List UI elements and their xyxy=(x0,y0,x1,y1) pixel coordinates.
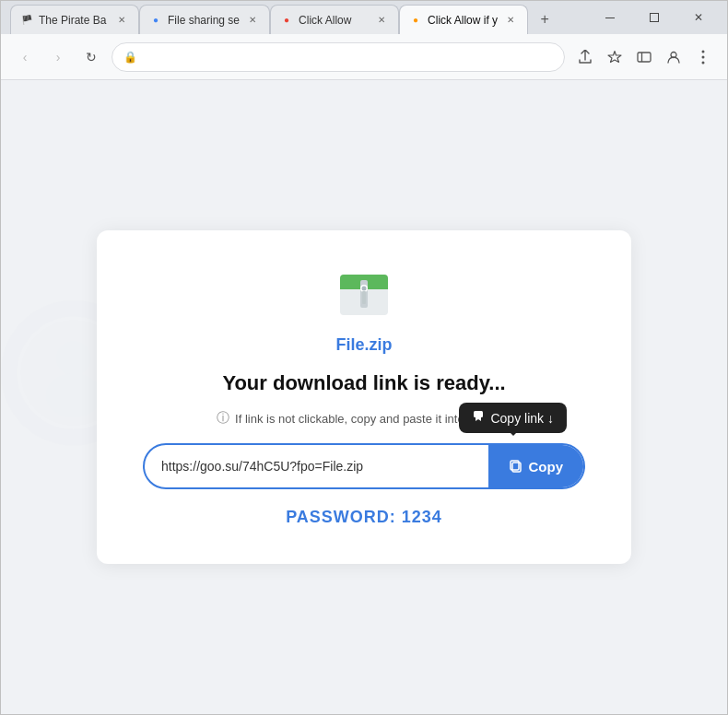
back-button[interactable]: ‹ xyxy=(12,44,38,70)
tab-click-allow[interactable]: ● Click Allow ✕ xyxy=(270,5,399,34)
svg-point-7 xyxy=(702,61,705,64)
window-controls: ✕ xyxy=(589,8,720,27)
file-icon-wrap xyxy=(336,267,392,322)
svg-rect-0 xyxy=(605,18,615,18)
tab-close-3[interactable]: ✕ xyxy=(374,13,389,28)
tooltip-wrap: Copy link ↓ xyxy=(459,403,566,433)
tooltip-text: Copy link ↓ xyxy=(490,411,553,426)
tab-title-2: File sharing se xyxy=(168,14,240,27)
svg-point-19 xyxy=(362,287,367,291)
profile-icon[interactable] xyxy=(661,44,687,70)
tab-favicon-1: 🏴 xyxy=(20,14,33,27)
tab-title-1: The Pirate Ba xyxy=(39,14,109,27)
svg-rect-1 xyxy=(651,14,659,22)
menu-icon[interactable] xyxy=(690,44,716,70)
tooltip-icon xyxy=(472,410,485,426)
hint-row: ⓘ If link is not clickable, copy and pas… xyxy=(217,410,511,427)
svg-point-5 xyxy=(702,50,705,53)
svg-rect-20 xyxy=(362,291,366,304)
tab-click-allow-if[interactable]: ● Click Allow if y ✕ xyxy=(399,5,528,34)
tab-favicon-3: ● xyxy=(280,14,293,27)
tab-favicon-4: ● xyxy=(409,14,422,27)
tab-close-2[interactable]: ✕ xyxy=(245,13,260,28)
new-tab-button[interactable]: + xyxy=(532,6,558,32)
svg-rect-21 xyxy=(474,411,483,417)
svg-point-11 xyxy=(56,341,92,377)
sidebar-icon[interactable] xyxy=(631,44,657,70)
reload-button[interactable]: ↻ xyxy=(78,44,104,70)
svg-rect-2 xyxy=(638,53,651,62)
browser-window: 🏴 The Pirate Ba ✕ ● File sharing se ✕ ● … xyxy=(0,0,728,715)
tab-pirate-bay[interactable]: 🏴 The Pirate Ba ✕ xyxy=(10,5,139,34)
page-content: PIRATE BAY xyxy=(1,80,727,714)
info-icon: ⓘ xyxy=(217,410,229,427)
lock-icon: 🔒 xyxy=(123,51,137,64)
tab-file-sharing[interactable]: ● File sharing se ✕ xyxy=(139,5,270,34)
tab-title-3: Click Allow xyxy=(299,14,369,27)
bookmark-icon[interactable] xyxy=(602,44,628,70)
password-row: PASSWORD: 1234 xyxy=(286,508,442,527)
svg-point-12 xyxy=(45,373,101,418)
url-display: https://goo.su/74hC5U?fpo=File.zip xyxy=(145,459,488,474)
maximize-button[interactable] xyxy=(633,8,675,27)
file-name: File.zip xyxy=(335,335,392,355)
copy-button[interactable]: Copy xyxy=(488,445,584,487)
download-headline: Your download link is ready... xyxy=(222,371,505,395)
address-input-wrap[interactable]: 🔒 xyxy=(112,42,565,72)
title-bar: 🏴 The Pirate Ba ✕ ● File sharing se ✕ ● … xyxy=(1,1,727,34)
copy-button-label: Copy xyxy=(529,459,564,475)
tab-close-1[interactable]: ✕ xyxy=(114,13,129,28)
tooltip-bubble: Copy link ↓ xyxy=(459,403,566,433)
minimize-button[interactable] xyxy=(589,8,631,27)
address-bar: ‹ › ↻ 🔒 xyxy=(1,34,727,80)
share-icon[interactable] xyxy=(572,44,598,70)
close-button[interactable]: ✕ xyxy=(677,8,720,27)
tab-title-4: Click Allow if y xyxy=(428,14,498,27)
tab-close-4[interactable]: ✕ xyxy=(503,13,518,28)
url-row: https://goo.su/74hC5U?fpo=File.zip Copy xyxy=(143,443,585,489)
toolbar-icons xyxy=(572,44,716,70)
download-card: File.zip Your download link is ready... … xyxy=(97,230,631,564)
svg-point-6 xyxy=(702,55,705,58)
forward-button[interactable]: › xyxy=(45,44,71,70)
tab-favicon-2: ● xyxy=(149,14,162,27)
